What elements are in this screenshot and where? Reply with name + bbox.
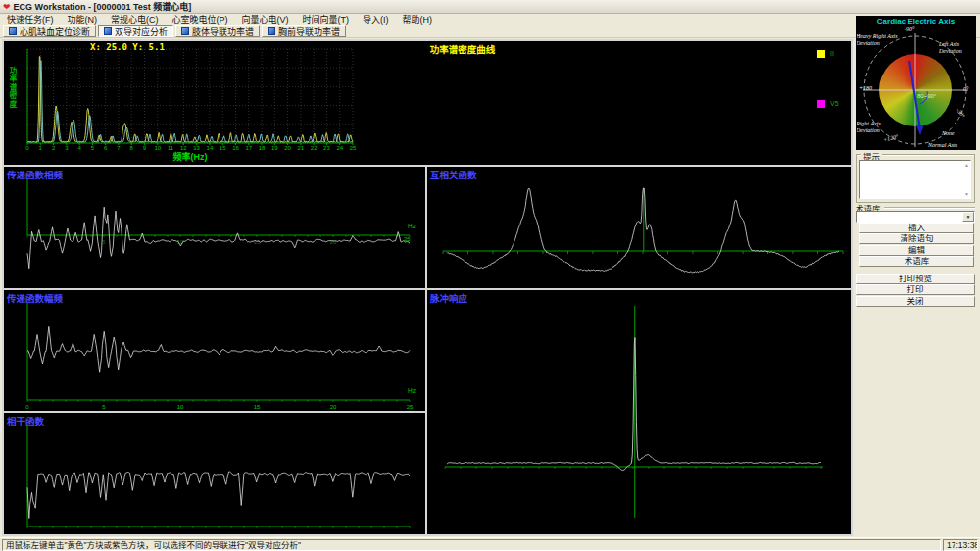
hint-groupbox: 提示 ▲ ▼ bbox=[856, 154, 975, 203]
impulse-response-panel: 脉冲响应 bbox=[425, 288, 853, 536]
tab-icon bbox=[104, 27, 112, 35]
edit-button[interactable]: 编辑 bbox=[859, 245, 974, 256]
lead-ii-swatch[interactable] bbox=[817, 50, 825, 58]
charts-area: X: 25.0 Y: 5.1 功率谱密度曲线 功率谱密度 频率(Hz) II V… bbox=[2, 39, 853, 536]
status-time-cell: 17:13:38 bbox=[943, 539, 978, 551]
cardiac-electric-axis-panel: Cardiac Electric Axis Heavy Right Axis D… bbox=[856, 16, 976, 150]
transfer-phase-panel: 传递函数相频 Hz 25 5101520 bbox=[2, 165, 427, 290]
toolbar: 心肌缺血定位诊断双导对应分析肢体导联功率谱胸前导联功率谱 bbox=[0, 25, 980, 38]
tab-label: 双导对应分析 bbox=[115, 25, 168, 38]
impulse-plot bbox=[427, 290, 851, 534]
tab-label: 肢体导联功率谱 bbox=[192, 25, 254, 38]
toolbar-tab[interactable]: 胸前导联功率谱 bbox=[262, 25, 346, 37]
phase-plot: 5101520 bbox=[4, 167, 425, 288]
compass-label-zero: 0° bbox=[963, 86, 968, 93]
lead-v5-label: V5 bbox=[830, 100, 839, 107]
transfer-amplitude-panel: 传递函数幅频 Hz 0510152025 bbox=[2, 288, 427, 413]
statusbar: 用鼠标左键单击"黄色"方块或紫色方块，可以选择不同的导联进行"双导对应分析" 1… bbox=[0, 537, 980, 551]
toolbar-tab[interactable]: 双导对应分析 bbox=[98, 25, 173, 37]
impulse-response-title: 脉冲响应 bbox=[430, 291, 467, 305]
compass-label-none: None bbox=[942, 130, 955, 137]
menu-item[interactable]: 常规心电(C) bbox=[104, 14, 166, 25]
cross-correlation-title: 互相关函数 bbox=[430, 168, 477, 181]
cross-correlation-panel: 互相关函数 bbox=[425, 165, 853, 290]
print-preview-button[interactable]: 打印预览 bbox=[856, 274, 975, 284]
svg-text:20: 20 bbox=[330, 239, 337, 245]
phase-hz-label: Hz bbox=[408, 223, 416, 229]
status-time: 17:13:38 bbox=[947, 540, 978, 550]
psd-title: 功率谱密度曲线 bbox=[39, 42, 853, 56]
status-message: 用鼠标左键单击"黄色"方块或紫色方块，可以选择不同的导联进行"双导对应分析" bbox=[6, 540, 301, 550]
amp-plot: 0510152025 bbox=[4, 290, 425, 411]
svg-text:5: 5 bbox=[102, 404, 106, 410]
window-title: ECG Workstation - [0000001 Test 频谱心电] bbox=[14, 0, 192, 13]
svg-text:20: 20 bbox=[330, 404, 337, 410]
app-heart-icon: ❤ bbox=[3, 2, 11, 12]
insert-button[interactable]: 插入 bbox=[859, 223, 974, 233]
menu-item[interactable]: 导入(I) bbox=[356, 14, 396, 25]
compass-label-plus180: +180 bbox=[859, 85, 872, 92]
axis-needle-arrowhead bbox=[916, 125, 924, 135]
menubar: 快速任务(F)功能(N)常规心电(C)心室晚电位(P)向量心电(V)时间向量(T… bbox=[0, 14, 980, 25]
compass-label-minus90: -90° bbox=[905, 26, 914, 33]
scroll-down-icon[interactable]: ▼ bbox=[964, 191, 969, 197]
psd-panel: X: 25.0 Y: 5.1 功率谱密度曲线 功率谱密度 频率(Hz) II V… bbox=[2, 39, 853, 167]
svg-text:0: 0 bbox=[25, 404, 29, 410]
menu-item[interactable]: 帮助(H) bbox=[396, 14, 440, 25]
toolbar-tab[interactable]: 心肌缺血定位诊断 bbox=[3, 25, 96, 37]
svg-text:5: 5 bbox=[102, 239, 106, 245]
lead-ii-label: II bbox=[830, 50, 834, 57]
menu-item[interactable]: 时间向量(T) bbox=[296, 14, 357, 25]
coherence-title: 相干函数 bbox=[7, 414, 44, 427]
clear-statement-button[interactable]: 清除语句 bbox=[859, 233, 974, 244]
tab-icon bbox=[268, 27, 275, 35]
close-button[interactable]: 关闭 bbox=[856, 296, 975, 307]
term-combobox[interactable]: ▼ bbox=[856, 211, 975, 223]
tab-label: 心肌缺血定位诊断 bbox=[20, 25, 90, 38]
chevron-down-icon: ▼ bbox=[966, 214, 971, 220]
etched-divider bbox=[884, 207, 975, 209]
amp-hz-label: Hz bbox=[408, 387, 416, 394]
svg-text:10: 10 bbox=[177, 404, 184, 410]
menu-item[interactable]: 快速任务(F) bbox=[0, 14, 61, 25]
psd-y-axis-label: 功率谱密度 bbox=[7, 67, 18, 109]
titlebar: ❤ ECG Workstation - [0000001 Test 频谱心电] bbox=[0, 0, 980, 14]
scroll-up-icon[interactable]: ▲ bbox=[964, 162, 969, 168]
psd-plot: 0123456789101112131415161718192021222324… bbox=[4, 41, 851, 165]
menu-item[interactable]: 心室晚电位(P) bbox=[166, 14, 235, 25]
toolbar-tab[interactable]: 肢体导联功率谱 bbox=[175, 25, 260, 37]
hint-textarea[interactable]: ▲ ▼ bbox=[859, 160, 971, 199]
compass-label-left-axis: Left Axis Deviation bbox=[939, 41, 974, 54]
term-library-button[interactable]: 术语库 bbox=[859, 256, 974, 267]
status-message-cell: 用鼠标左键单击"黄色"方块或紫色方块，可以选择不同的导联进行"双导对应分析" bbox=[2, 539, 941, 551]
phase-end-tick: 25 bbox=[404, 236, 411, 242]
xcorr-plot bbox=[427, 167, 851, 288]
print-button[interactable]: 打印 bbox=[856, 284, 975, 295]
tab-icon bbox=[9, 27, 17, 35]
svg-text:15: 15 bbox=[254, 404, 261, 410]
tab-label: 胸前导联功率谱 bbox=[278, 25, 340, 38]
transfer-phase-title: 传递函数相频 bbox=[7, 168, 63, 181]
coherence-panel: 相干函数 bbox=[2, 411, 427, 536]
tab-icon bbox=[181, 27, 189, 35]
combo-dropdown-button[interactable]: ▼ bbox=[962, 212, 974, 222]
compass-label-normal-axis: Normal Axis bbox=[928, 142, 957, 149]
menu-item[interactable]: 功能(N) bbox=[61, 14, 105, 25]
compass-label-heavy-right: Heavy Right Axis Deviation bbox=[857, 33, 904, 46]
lead-v5-swatch[interactable] bbox=[817, 100, 825, 108]
menu-item[interactable]: 向量心电(V) bbox=[235, 14, 296, 25]
coherence-plot bbox=[4, 413, 425, 534]
svg-text:25: 25 bbox=[407, 404, 414, 410]
compass-label-right-axis: Right Axis Deviation bbox=[857, 121, 896, 133]
axis-reading: 80~90° bbox=[917, 93, 936, 99]
psd-x-axis-label: 频率(Hz) bbox=[27, 150, 353, 163]
transfer-amplitude-title: 传递函数幅频 bbox=[7, 291, 63, 305]
